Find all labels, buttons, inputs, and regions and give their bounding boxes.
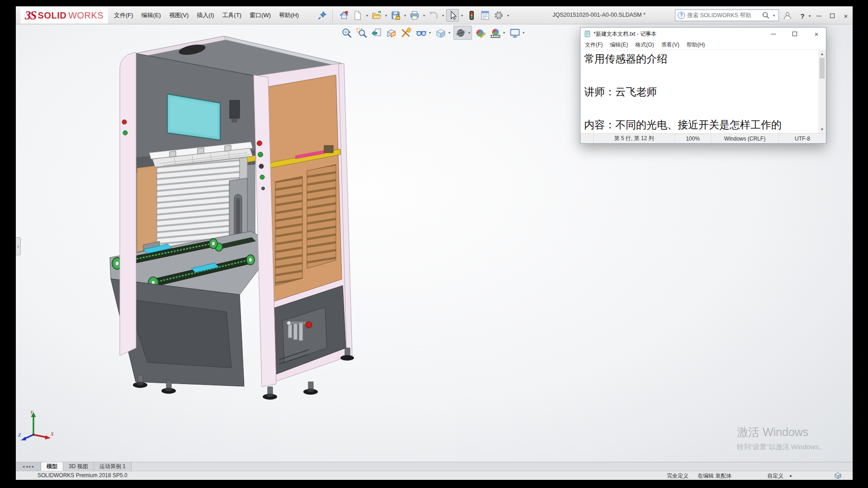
- search-input[interactable]: [687, 12, 760, 19]
- heads-up-toolbar: ▾ ▾ ▾ ▾: [340, 26, 526, 40]
- notepad-menubar: 文件(F) 编辑(E) 格式(O) 查看(V) 帮助(H): [580, 40, 826, 50]
- display-style-dropdown-icon[interactable]: ▾: [467, 31, 472, 35]
- notepad-text-line: [584, 67, 815, 84]
- tab-navigation: ◂ ◂ ▸ ▸: [16, 462, 41, 471]
- notepad-menu-view[interactable]: 查看(V): [658, 40, 683, 50]
- tab-nav-next-icon[interactable]: ▸: [29, 465, 31, 469]
- scrollbar-thumb[interactable]: [820, 58, 825, 79]
- product-version: SOLIDWORKS Premium 2018 SP5.0: [38, 472, 127, 479]
- define-state: 完全定义: [667, 472, 689, 480]
- minimize-button[interactable]: [812, 11, 825, 21]
- options-dropdown-icon[interactable]: ▾: [506, 14, 510, 18]
- hide-show-items-icon[interactable]: [415, 26, 428, 39]
- notepad-menu-file[interactable]: 文件(F): [581, 40, 606, 50]
- notepad-maximize-button[interactable]: [785, 28, 804, 40]
- print-icon[interactable]: [408, 9, 421, 22]
- activate-windows-watermark: 激活 Windows 转到"设置"以激活 Windows。: [737, 425, 826, 451]
- view-orientation-icon[interactable]: [434, 26, 447, 39]
- notepad-text-line: 内容：不同的光电、接近开关是怎样工作的: [584, 117, 815, 133]
- previous-view-icon[interactable]: [370, 26, 383, 39]
- notepad-menu-format[interactable]: 格式(O): [632, 40, 657, 50]
- machine-cabinet: [110, 32, 354, 400]
- scroll-up-icon[interactable]: ▲: [818, 50, 826, 58]
- title-toolbar: 3S SOLIDWORKS 文件(F) 编辑(E) 视图(V) 插入(I) 工具…: [16, 6, 853, 24]
- login-user-icon[interactable]: [781, 11, 794, 21]
- cursor-position: 第 5 行, 第 12 列: [593, 134, 675, 143]
- triad-z-label: Z: [18, 432, 21, 437]
- search-dropdown-icon[interactable]: ▾: [772, 14, 776, 18]
- scroll-down-icon[interactable]: ▼: [818, 126, 826, 133]
- tab-nav-prev-icon[interactable]: ◂: [26, 465, 28, 469]
- pin-menubar-icon[interactable]: [317, 10, 328, 21]
- tab-3d-views[interactable]: 3D 视图: [63, 462, 94, 471]
- select-cursor-icon[interactable]: [446, 9, 459, 22]
- tab-nav-first-icon[interactable]: ◂: [23, 465, 24, 469]
- properties-list-icon[interactable]: [479, 9, 491, 22]
- application-window: 3S SOLIDWORKS 文件(F) 编辑(E) 视图(V) 插入(I) 工具…: [16, 6, 853, 480]
- watermark-line2: 转到"设置"以激活 Windows。: [737, 443, 826, 451]
- menu-edit[interactable]: 编辑(E): [137, 9, 165, 21]
- menu-view[interactable]: 视图(V): [165, 9, 193, 21]
- options-gear-icon[interactable]: [492, 9, 505, 22]
- logo-3s-mark: 3S: [25, 9, 36, 23]
- open-dropdown-icon[interactable]: ▾: [384, 14, 388, 18]
- undo-dropdown-icon[interactable]: ▾: [441, 14, 445, 18]
- editing-state: 在编辑 装配体: [698, 472, 731, 480]
- apply-scene-icon[interactable]: [489, 26, 502, 39]
- view-orientation-dropdown-icon[interactable]: ▾: [447, 31, 452, 35]
- print-dropdown-icon[interactable]: ▾: [422, 14, 426, 18]
- section-view-icon[interactable]: [385, 26, 398, 39]
- feature-tree-collapse-tab[interactable]: ‹: [16, 237, 21, 255]
- custom-dropdown-icon[interactable]: ▲: [789, 474, 793, 478]
- annotation-tools-icon[interactable]: [400, 26, 413, 39]
- apply-scene-dropdown-icon[interactable]: ▾: [502, 31, 506, 35]
- notepad-title: *新建文本文档.txt - 记事本: [594, 30, 761, 38]
- notepad-text-line: [584, 100, 815, 117]
- undo-icon[interactable]: [427, 9, 440, 22]
- edit-appearance-icon[interactable]: [474, 26, 487, 39]
- new-dropdown-icon[interactable]: ▾: [365, 14, 369, 18]
- orientation-triad: Y X Z: [18, 408, 54, 445]
- standard-toolbar: ▾ ▾ ▾ ▾ ▾ ▾: [338, 9, 510, 22]
- notepad-scrollbar[interactable]: ▲ ▼: [818, 50, 826, 133]
- notepad-menu-help[interactable]: 帮助(H): [683, 40, 709, 50]
- open-icon[interactable]: [370, 9, 383, 22]
- save-icon[interactable]: [389, 9, 402, 22]
- home-icon[interactable]: [338, 9, 350, 22]
- hide-show-dropdown-icon[interactable]: ▾: [428, 31, 432, 35]
- notepad-text-line: 讲师：云飞老师: [584, 84, 815, 100]
- save-dropdown-icon[interactable]: ▾: [403, 14, 407, 18]
- rebuild-traffic-light-icon[interactable]: [465, 9, 478, 22]
- custom-dropdown[interactable]: 自定义: [767, 472, 783, 480]
- notepad-menu-edit[interactable]: 编辑(E): [606, 40, 632, 50]
- tab-nav-last-icon[interactable]: ▸: [32, 465, 34, 469]
- help-search-box[interactable]: ? ▾: [675, 9, 779, 21]
- notepad-icon: [584, 30, 591, 38]
- new-document-icon[interactable]: [351, 9, 364, 22]
- menu-file[interactable]: 文件(F): [110, 9, 137, 21]
- notepad-titlebar[interactable]: *新建文本文档.txt - 记事本 ×: [580, 28, 826, 40]
- assembly-model[interactable]: [102, 32, 459, 465]
- units-cube-icon[interactable]: [834, 472, 842, 480]
- select-dropdown-icon[interactable]: ▾: [460, 14, 464, 18]
- zoom-area-icon[interactable]: [355, 26, 368, 39]
- maximize-button[interactable]: [826, 11, 839, 21]
- notepad-text-area[interactable]: 常用传感器的介绍 讲师：云飞老师 内容：不同的光电、接近开关是怎样工作的: [580, 50, 818, 133]
- menu-insert[interactable]: 插入(I): [193, 9, 218, 21]
- notepad-close-button[interactable]: ×: [807, 28, 826, 40]
- notepad-minimize-button[interactable]: [764, 28, 783, 40]
- menu-help[interactable]: 帮助(H): [275, 9, 303, 21]
- display-style-icon[interactable]: [454, 26, 467, 39]
- close-button[interactable]: ×: [840, 11, 852, 21]
- encoding: UTF-8: [778, 134, 826, 143]
- search-icon[interactable]: [762, 12, 769, 19]
- view-settings-dropdown-icon[interactable]: ▾: [521, 31, 526, 35]
- menu-window[interactable]: 窗口(W): [245, 9, 275, 21]
- toolbar-separator: [332, 9, 333, 21]
- help-circle-icon: ?: [678, 12, 685, 19]
- zoom-fit-icon[interactable]: [340, 26, 353, 39]
- tab-model[interactable]: 模型: [41, 462, 63, 471]
- notepad-window[interactable]: *新建文本文档.txt - 记事本 × 文件(F) 编辑(E) 格式(O) 查看…: [580, 27, 826, 144]
- menu-tools[interactable]: 工具(T): [218, 9, 246, 21]
- view-settings-icon[interactable]: [508, 26, 521, 39]
